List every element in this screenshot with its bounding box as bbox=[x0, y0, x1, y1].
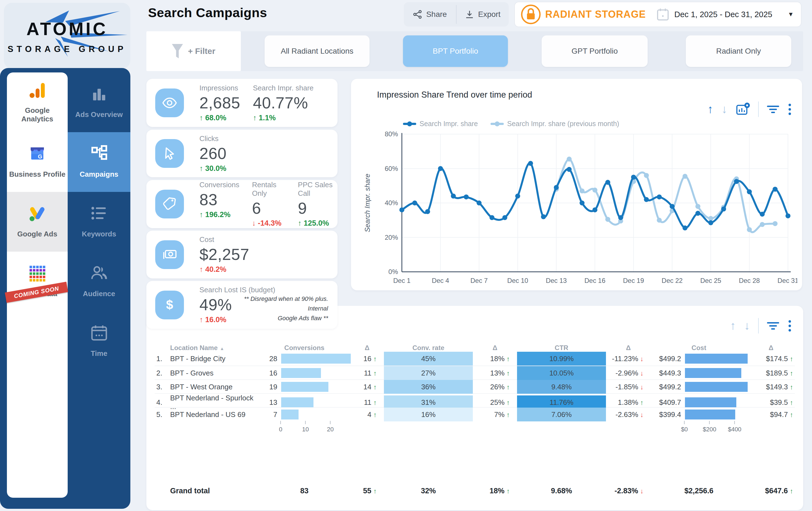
date-range-picker[interactable]: Dec 1, 2025 - Dec 31, 2025 ▼ bbox=[657, 8, 794, 21]
svg-text:0%: 0% bbox=[388, 268, 398, 275]
table-toolbar: ↑ ↓ bbox=[730, 318, 792, 333]
column-header-location[interactable]: Location Name▲ bbox=[170, 344, 259, 352]
share-button[interactable]: Share bbox=[404, 2, 456, 27]
move-up-icon[interactable]: ↑ bbox=[707, 103, 713, 116]
sidebar-item-time[interactable]: Time bbox=[68, 311, 130, 371]
column-header-delta[interactable]: Δ bbox=[473, 344, 517, 352]
sidebar-item-audience[interactable]: Audience bbox=[68, 252, 130, 311]
ads-overview-icon bbox=[90, 85, 108, 104]
client-brand-card: RADIANT STORAGE Dec 1, 2025 - Dec 31, 20… bbox=[514, 2, 802, 27]
arrow-up-icon: ↑ bbox=[373, 411, 377, 419]
svg-text:Dec 10: Dec 10 bbox=[507, 277, 528, 284]
filter-chip-radiant-only[interactable]: Radiant Only bbox=[686, 35, 791, 67]
arrow-down-icon: ↓ bbox=[640, 355, 643, 362]
arrow-up-icon: ↑ bbox=[253, 114, 257, 122]
column-header-conv-rate[interactable]: Conv. rate bbox=[384, 344, 473, 352]
sidebar-item-label: Campaigns bbox=[77, 170, 120, 179]
arrow-down-icon: ↓ bbox=[640, 370, 643, 377]
cell-ctr-delta: -11.23% ↓ bbox=[606, 354, 651, 363]
column-header-conversions[interactable]: Conversions bbox=[259, 344, 350, 352]
table-header-row: Location Name▲ Conversions Δ Conv. rate … bbox=[155, 344, 795, 352]
tag-icon bbox=[155, 190, 184, 218]
keywords-icon bbox=[90, 205, 108, 224]
cell-conv-rate: 36% bbox=[384, 380, 473, 394]
column-header-cost[interactable]: Cost bbox=[651, 344, 747, 352]
brand-wordmark: ATOMIC bbox=[4, 19, 130, 39]
table-row: 1. BPT - Bridge City 28 16 ↑ 45% 18% ↑ 1… bbox=[155, 352, 795, 366]
funnel-icon bbox=[172, 44, 183, 58]
metric-clicks: Clicks 260 ↑ 30.0% bbox=[199, 134, 227, 173]
metric-value: 6 bbox=[252, 199, 285, 217]
filter-chip-all-radiant-locations[interactable]: All Radiant Locations bbox=[265, 35, 370, 67]
row-rank: 3. bbox=[155, 383, 170, 391]
cell-conversions: 16 bbox=[259, 369, 281, 377]
sidebar-sources-nav: Google AnalyticsGBusiness ProfileGoogle … bbox=[7, 73, 68, 311]
svg-text:Dec 13: Dec 13 bbox=[546, 277, 567, 284]
metric-label: Search Lost IS (budget) bbox=[199, 286, 276, 294]
more-options-icon[interactable] bbox=[787, 319, 792, 333]
svg-text:G: G bbox=[38, 154, 42, 160]
move-down-icon[interactable]: ↓ bbox=[721, 103, 727, 116]
export-button[interactable]: Export bbox=[457, 2, 509, 27]
arrow-up-icon: ↑ bbox=[790, 411, 793, 419]
filter-icon[interactable] bbox=[767, 106, 779, 113]
arrow-up-icon: ↑ bbox=[640, 399, 643, 406]
cell-ctr: 7.06% bbox=[517, 408, 606, 422]
column-header-delta[interactable]: Δ bbox=[747, 344, 795, 352]
metric-conversions: Conversions 83 ↑ 196.2% bbox=[199, 181, 239, 227]
cell-conv-rate-delta: 18% ↑ bbox=[473, 354, 517, 363]
column-header-delta[interactable]: Δ bbox=[606, 344, 651, 352]
cell-conversions-delta: 14 ↑ bbox=[350, 383, 384, 391]
arrow-up-icon: ↑ bbox=[506, 383, 510, 391]
arrow-up-icon: ↑ bbox=[199, 114, 203, 122]
sidebar-item-business-profile[interactable]: GBusiness Profile bbox=[7, 132, 68, 192]
metric-delta: ↑ 125.0% bbox=[298, 219, 338, 227]
filter-icon[interactable] bbox=[767, 322, 779, 330]
eye-icon bbox=[155, 88, 184, 117]
legend-marker-previous bbox=[491, 123, 504, 125]
metric-delta: ↓ -14.3% bbox=[252, 219, 285, 227]
sidebar-item-google-analytics[interactable]: Google Analytics bbox=[7, 73, 68, 132]
sidebar-item-google-ads[interactable]: Google Ads bbox=[7, 192, 68, 252]
add-filter-button[interactable]: + Filter bbox=[146, 31, 241, 71]
cell-conversions: 19 bbox=[259, 383, 281, 391]
metric-value: 40.77% bbox=[253, 93, 314, 112]
filter-chip-bpt-portfolio[interactable]: BPT Portfolio bbox=[403, 35, 508, 67]
more-options-icon[interactable] bbox=[787, 103, 792, 116]
lock-icon bbox=[520, 3, 542, 25]
arrow-up-icon: ↑ bbox=[199, 265, 203, 273]
sidebar-item-cubby-data[interactable]: Cubby DataCOMING SOON bbox=[7, 252, 68, 311]
cell-conversions-delta: 11 ↑ bbox=[350, 398, 384, 407]
sidebar-item-campaigns[interactable]: Campaigns bbox=[68, 132, 130, 192]
sidebar-item-keywords[interactable]: Keywords bbox=[68, 192, 130, 252]
sidebar-item-ads-overview[interactable]: Ads Overview bbox=[68, 73, 130, 132]
bar-axis: 01020 bbox=[281, 421, 350, 436]
table-row: 3. BPT - West Orange 19 14 ↑ 36% 26% ↑ 9… bbox=[155, 379, 795, 393]
cell-cost: $499.2 bbox=[651, 383, 685, 391]
kpi-card-search-lost-is-budget-: $Search Lost IS (budget) 49% ↑ 16.0%** D… bbox=[146, 281, 338, 329]
metric-ppc-sales-call: PPC Sales Call 9 ↑ 125.0% bbox=[298, 181, 338, 227]
metric-label: PPC Sales Call bbox=[298, 181, 338, 198]
arrow-up-icon: ↑ bbox=[298, 219, 302, 227]
column-header-delta[interactable]: Δ bbox=[350, 344, 384, 352]
page-title: Search Campaigns bbox=[148, 5, 267, 20]
add-filter-label: + Filter bbox=[188, 47, 215, 56]
metric-delta: ↑ 30.0% bbox=[199, 164, 227, 173]
row-rank: 2. bbox=[155, 369, 170, 377]
metric-delta: ↑ 40.2% bbox=[199, 265, 249, 274]
kpi-card-impressions: Impressions 2,685 ↑ 68.0%Search Impr. sh… bbox=[146, 79, 338, 127]
audience-icon bbox=[90, 265, 108, 284]
chart-settings-icon[interactable] bbox=[735, 102, 750, 116]
arrow-up-icon: ↑ bbox=[199, 316, 203, 324]
move-up-icon[interactable]: ↑ bbox=[730, 319, 736, 332]
conversions-bar bbox=[281, 397, 350, 407]
arrow-up-icon: ↑ bbox=[373, 370, 377, 377]
move-down-icon[interactable]: ↓ bbox=[744, 319, 750, 332]
chart-legend: Search Impr. share Search Impr. share (p… bbox=[403, 120, 619, 128]
column-header-ctr[interactable]: CTR bbox=[517, 344, 606, 352]
cell-ctr-delta: -1.85% ↓ bbox=[606, 383, 651, 391]
filter-chip-gpt-portfolio[interactable]: GPT Portfolio bbox=[542, 35, 648, 67]
sidebar-item-label: Audience bbox=[81, 290, 117, 298]
arrow-up-icon: ↑ bbox=[790, 355, 793, 362]
cell-conversions-delta: 11 ↑ bbox=[350, 369, 384, 377]
